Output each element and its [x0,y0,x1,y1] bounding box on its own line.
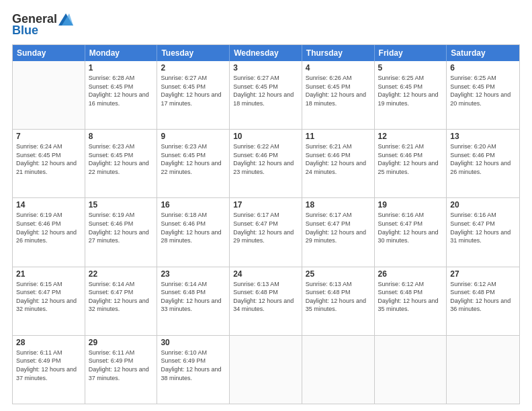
day-info: Sunrise: 6:14 AMSunset: 6:48 PMDaylight:… [161,280,226,314]
day-number: 9 [161,132,226,141]
calendar-cell: 4Sunrise: 6:26 AMSunset: 6:45 PMDaylight… [302,61,375,129]
day-info: Sunrise: 6:14 AMSunset: 6:47 PMDaylight:… [89,280,154,314]
day-number: 2 [161,63,226,73]
day-number: 24 [233,269,298,279]
calendar-cell: 11Sunrise: 6:21 AMSunset: 6:46 PMDayligh… [302,130,375,197]
day-info: Sunrise: 6:19 AMSunset: 6:46 PMDaylight:… [16,211,81,244]
day-number: 12 [378,132,443,141]
calendar-cell: 12Sunrise: 6:21 AMSunset: 6:46 PMDayligh… [375,130,447,197]
day-info: Sunrise: 6:16 AMSunset: 6:47 PMDaylight:… [450,211,516,244]
calendar-cell [302,336,375,404]
day-number: 28 [16,338,81,347]
day-number: 30 [161,338,226,347]
calendar-cell: 19Sunrise: 6:16 AMSunset: 6:47 PMDayligh… [375,198,447,266]
day-info: Sunrise: 6:11 AMSunset: 6:49 PMDaylight:… [89,349,154,382]
day-number: 10 [233,132,298,141]
day-number: 21 [16,269,81,279]
calendar-cell: 25Sunrise: 6:13 AMSunset: 6:48 PMDayligh… [302,267,375,335]
calendar-cell: 16Sunrise: 6:18 AMSunset: 6:46 PMDayligh… [157,198,230,266]
day-info: Sunrise: 6:27 AMSunset: 6:45 PMDaylight:… [233,74,298,107]
calendar-cell: 24Sunrise: 6:13 AMSunset: 6:48 PMDayligh… [230,267,302,335]
day-info: Sunrise: 6:27 AMSunset: 6:45 PMDaylight:… [161,74,226,107]
day-info: Sunrise: 6:15 AMSunset: 6:47 PMDaylight:… [16,280,81,314]
day-number: 26 [378,269,443,279]
calendar-header-cell: Thursday [302,45,375,61]
calendar-week: 21Sunrise: 6:15 AMSunset: 6:47 PMDayligh… [13,267,519,336]
day-number: 27 [450,269,516,279]
page: General Blue SundayMondayTuesdayWednesda… [0,0,532,411]
day-number: 14 [16,200,81,210]
day-number: 3 [233,63,298,73]
calendar-cell: 17Sunrise: 6:17 AMSunset: 6:47 PMDayligh… [230,198,302,266]
day-number: 18 [306,200,371,210]
calendar-cell: 3Sunrise: 6:27 AMSunset: 6:45 PMDaylight… [230,61,302,129]
day-info: Sunrise: 6:20 AMSunset: 6:46 PMDaylight:… [450,142,516,176]
calendar-header-cell: Monday [85,45,158,61]
day-number: 5 [378,63,443,73]
day-info: Sunrise: 6:16 AMSunset: 6:47 PMDaylight:… [378,211,443,244]
day-info: Sunrise: 6:12 AMSunset: 6:48 PMDaylight:… [378,280,443,314]
day-info: Sunrise: 6:26 AMSunset: 6:45 PMDaylight:… [306,74,371,107]
day-number: 23 [161,269,226,279]
day-info: Sunrise: 6:10 AMSunset: 6:49 PMDaylight:… [161,349,226,382]
day-number: 4 [306,63,371,73]
logo: General Blue [12,12,73,38]
header: General Blue [12,12,520,38]
calendar-cell: 7Sunrise: 6:24 AMSunset: 6:45 PMDaylight… [13,130,85,197]
logo-blue-text: Blue [12,24,38,38]
calendar-cell: 13Sunrise: 6:20 AMSunset: 6:46 PMDayligh… [447,130,519,197]
calendar-cell: 15Sunrise: 6:19 AMSunset: 6:46 PMDayligh… [85,198,158,266]
calendar-header-cell: Friday [375,45,447,61]
day-info: Sunrise: 6:17 AMSunset: 6:47 PMDaylight:… [233,211,298,244]
day-number: 8 [89,132,154,141]
day-info: Sunrise: 6:28 AMSunset: 6:45 PMDaylight:… [89,74,154,107]
day-info: Sunrise: 6:25 AMSunset: 6:45 PMDaylight:… [450,74,516,107]
day-info: Sunrise: 6:21 AMSunset: 6:46 PMDaylight:… [378,142,443,176]
day-number: 15 [89,200,154,210]
day-info: Sunrise: 6:22 AMSunset: 6:46 PMDaylight:… [233,142,298,176]
calendar-week: 1Sunrise: 6:28 AMSunset: 6:45 PMDaylight… [13,61,519,130]
calendar-cell: 8Sunrise: 6:23 AMSunset: 6:45 PMDaylight… [85,130,158,197]
day-info: Sunrise: 6:12 AMSunset: 6:48 PMDaylight:… [450,280,516,314]
calendar-cell: 5Sunrise: 6:25 AMSunset: 6:45 PMDaylight… [375,61,447,129]
calendar-header-cell: Wednesday [230,45,302,61]
day-number: 22 [89,269,154,279]
calendar-cell: 26Sunrise: 6:12 AMSunset: 6:48 PMDayligh… [375,267,447,335]
day-info: Sunrise: 6:18 AMSunset: 6:46 PMDaylight:… [161,211,226,244]
day-info: Sunrise: 6:23 AMSunset: 6:45 PMDaylight:… [161,142,226,176]
day-info: Sunrise: 6:19 AMSunset: 6:46 PMDaylight:… [89,211,154,244]
calendar-cell: 1Sunrise: 6:28 AMSunset: 6:45 PMDaylight… [85,61,158,129]
calendar-body: 1Sunrise: 6:28 AMSunset: 6:45 PMDaylight… [13,61,519,404]
day-number: 16 [161,200,226,210]
calendar-cell [375,336,447,404]
day-info: Sunrise: 6:25 AMSunset: 6:45 PMDaylight:… [378,74,443,107]
day-number: 6 [450,63,516,73]
calendar: SundayMondayTuesdayWednesdayThursdayFrid… [12,44,520,404]
calendar-cell: 10Sunrise: 6:22 AMSunset: 6:46 PMDayligh… [230,130,302,197]
day-number: 1 [89,63,154,73]
day-info: Sunrise: 6:21 AMSunset: 6:46 PMDaylight:… [306,142,371,176]
calendar-cell: 18Sunrise: 6:17 AMSunset: 6:47 PMDayligh… [302,198,375,266]
day-info: Sunrise: 6:17 AMSunset: 6:47 PMDaylight:… [306,211,371,244]
day-number: 7 [16,132,81,141]
calendar-cell: 2Sunrise: 6:27 AMSunset: 6:45 PMDaylight… [157,61,230,129]
calendar-cell: 27Sunrise: 6:12 AMSunset: 6:48 PMDayligh… [447,267,519,335]
calendar-cell: 20Sunrise: 6:16 AMSunset: 6:47 PMDayligh… [447,198,519,266]
calendar-cell [13,61,85,129]
calendar-cell [230,336,302,404]
calendar-header-cell: Saturday [447,45,519,61]
calendar-week: 14Sunrise: 6:19 AMSunset: 6:46 PMDayligh… [13,198,519,267]
calendar-week: 7Sunrise: 6:24 AMSunset: 6:45 PMDaylight… [13,130,519,198]
day-info: Sunrise: 6:13 AMSunset: 6:48 PMDaylight:… [233,280,298,314]
calendar-header-cell: Sunday [13,45,85,61]
calendar-cell: 22Sunrise: 6:14 AMSunset: 6:47 PMDayligh… [85,267,158,335]
day-number: 13 [450,132,516,141]
calendar-cell: 6Sunrise: 6:25 AMSunset: 6:45 PMDaylight… [447,61,519,129]
day-info: Sunrise: 6:11 AMSunset: 6:49 PMDaylight:… [16,349,81,382]
day-number: 19 [378,200,443,210]
calendar-cell: 28Sunrise: 6:11 AMSunset: 6:49 PMDayligh… [13,336,85,404]
day-number: 20 [450,200,516,210]
day-info: Sunrise: 6:23 AMSunset: 6:45 PMDaylight:… [89,142,154,176]
calendar-cell [447,336,519,404]
calendar-cell: 29Sunrise: 6:11 AMSunset: 6:49 PMDayligh… [85,336,158,404]
